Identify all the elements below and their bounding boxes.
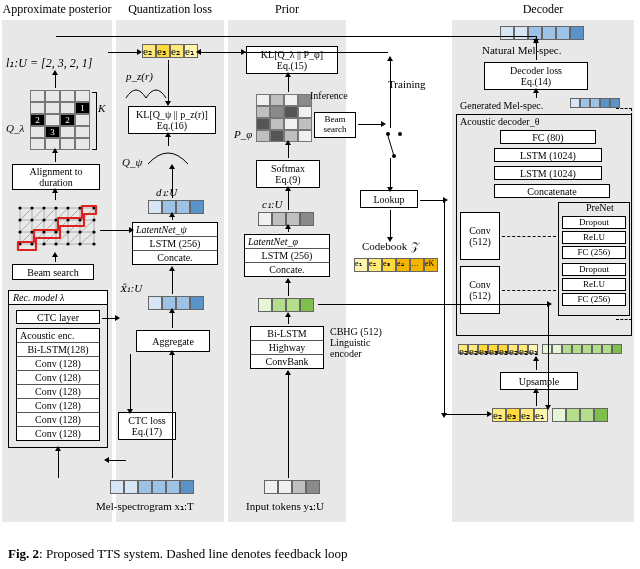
lstm1024-1: LSTM (1024) <box>494 148 602 162</box>
natural-mel-seq <box>500 26 584 40</box>
training-label: Training <box>388 78 426 90</box>
K-label: K <box>98 102 105 114</box>
header-approx: Approximate posterior <box>2 2 112 17</box>
kl-qlambda-pphi-box: KL[Q_λ || P_φ]Eq.(15) <box>246 46 338 74</box>
codebook-seq-top: e₂e₃e₂e₁ <box>142 44 198 58</box>
header-prior: Prior <box>228 2 346 17</box>
natural-mel-label: Natural Mel-spec. <box>482 44 561 56</box>
svg-point-44 <box>66 242 69 245</box>
svg-line-16 <box>20 208 32 220</box>
pz-curve <box>124 82 168 100</box>
svg-point-28 <box>42 218 45 221</box>
alignment-to-duration-box: Alignment to duration <box>12 164 100 190</box>
dashed-conv-prenet-2 <box>502 290 556 291</box>
qlambda-label: Q_λ <box>6 122 24 134</box>
svg-point-32 <box>92 218 95 221</box>
aggregate-box: Aggregate <box>136 330 210 352</box>
l-vector: l₁:U = [2, 3, 2, 1] <box>6 56 92 71</box>
svg-point-20 <box>30 206 33 209</box>
acdec-title: Acoustic decoder_θ <box>460 116 539 127</box>
svg-point-23 <box>66 206 69 209</box>
svg-point-22 <box>54 206 57 209</box>
svg-point-21 <box>42 206 45 209</box>
green-seq-prior <box>258 298 314 312</box>
svg-point-27 <box>30 218 33 221</box>
svg-point-50 <box>392 154 396 158</box>
generated-mel-label: Generated Mel-spec. <box>460 100 543 111</box>
svg-point-38 <box>78 230 81 233</box>
tts-diagram: Approximate posterior Quantization loss … <box>0 0 640 540</box>
pz-label: p_z(r) <box>126 70 153 82</box>
xbar-seq <box>148 296 204 310</box>
header-quant: Quantization loss <box>116 2 224 17</box>
brace-k <box>92 92 97 150</box>
svg-point-37 <box>66 230 69 233</box>
lookup-box: Lookup <box>360 190 418 208</box>
svg-point-46 <box>92 242 95 245</box>
concat-phi: Concate. <box>245 263 329 276</box>
mel-input-label: Mel-spectrogram x₁:T <box>96 500 194 513</box>
upsample-box: Upsample <box>500 372 578 390</box>
pphi-label: P_φ <box>234 128 252 140</box>
short-e-row: e₂e₃e₂e₁ <box>492 408 548 422</box>
lstm256-psi: LSTM (256) <box>133 237 217 251</box>
alignment-lattice <box>16 202 98 254</box>
svg-point-39 <box>92 230 95 233</box>
svg-line-49 <box>388 136 394 156</box>
fc80: FC (80) <box>500 130 596 144</box>
cbhg-stack: Bi-LSTM Highway ConvBank <box>250 326 324 369</box>
header-decoder: Decoder <box>452 2 634 17</box>
svg-point-42 <box>42 242 45 245</box>
lstm1024-2: LSTM (1024) <box>494 166 602 180</box>
d-label: d₁:U <box>156 186 177 199</box>
kl1-eq: Eq.(16) <box>157 120 187 131</box>
beam-search-box: Beam search <box>12 264 94 280</box>
short-green-row <box>552 408 608 422</box>
conv512-1: Conv (512) <box>460 212 500 260</box>
svg-point-45 <box>78 242 81 245</box>
recmodel-outline <box>8 290 108 448</box>
qpsi-curve <box>146 148 190 166</box>
svg-point-26 <box>18 218 21 221</box>
codebook-seq: e₁e₂e₃e₄…eK <box>354 258 438 272</box>
svg-point-33 <box>18 230 21 233</box>
long-green-row <box>542 344 622 354</box>
generated-mel-seq <box>570 98 620 108</box>
ctc-loss-box: CTC lossEq.(17) <box>118 412 176 440</box>
convbank: ConvBank <box>251 355 323 368</box>
latentnet-psi: LatentNet_ψ LSTM (256) Concate. <box>132 222 218 265</box>
dashed-conv-prenet-1 <box>502 236 556 237</box>
svg-point-43 <box>54 242 57 245</box>
svg-line-18 <box>80 232 94 244</box>
kl1-top: KL[Q_ψ || p_z(r)] <box>136 109 208 120</box>
e-cell: e₂ <box>142 44 156 58</box>
xbar-label: x̄₁:U <box>120 282 142 295</box>
mel-input-seq <box>110 480 194 494</box>
highway: Highway <box>251 341 323 355</box>
latentnet-phi: LatentNet_φ LSTM (256) Concate. <box>244 234 330 277</box>
decoder-loss-box: Decoder lossEq.(14) <box>484 62 588 90</box>
qlambda-grid: 1 22 3 <box>30 90 90 150</box>
feedback-loop-dashed <box>616 108 632 320</box>
beam-search-prior: Beam search <box>314 112 356 138</box>
conv512-2: Conv (512) <box>460 266 500 314</box>
inference-label: Inference <box>310 90 348 101</box>
concat-psi: Concate. <box>133 251 217 264</box>
token-input-seq <box>264 480 320 494</box>
svg-point-47 <box>386 132 390 136</box>
latentphi-title: LatentNet_φ <box>245 235 329 249</box>
d-seq <box>148 200 204 214</box>
pphi-grid <box>256 94 312 142</box>
c-label: c₁:U <box>262 198 283 211</box>
concatenate: Concatenate <box>494 184 610 198</box>
cbhg-label: CBHG (512) Linguistic encoder <box>330 326 390 359</box>
tokens-label: Input tokens y₁:U <box>246 500 324 513</box>
switch-icon <box>384 130 404 150</box>
lstm256-phi: LSTM (256) <box>245 249 329 263</box>
svg-point-48 <box>398 132 402 136</box>
long-e-row: e₂e₂e₃e₃e₃e₂e₂e₁ <box>458 344 538 354</box>
bilstm-cbhg: Bi-LSTM <box>251 327 323 341</box>
prenet-title: PreNet <box>586 202 614 213</box>
latentpsi-title: LatentNet_ψ <box>133 223 217 237</box>
kl-qpsi-pz-box: KL[Q_ψ || p_z(r)] Eq.(16) <box>128 106 216 134</box>
